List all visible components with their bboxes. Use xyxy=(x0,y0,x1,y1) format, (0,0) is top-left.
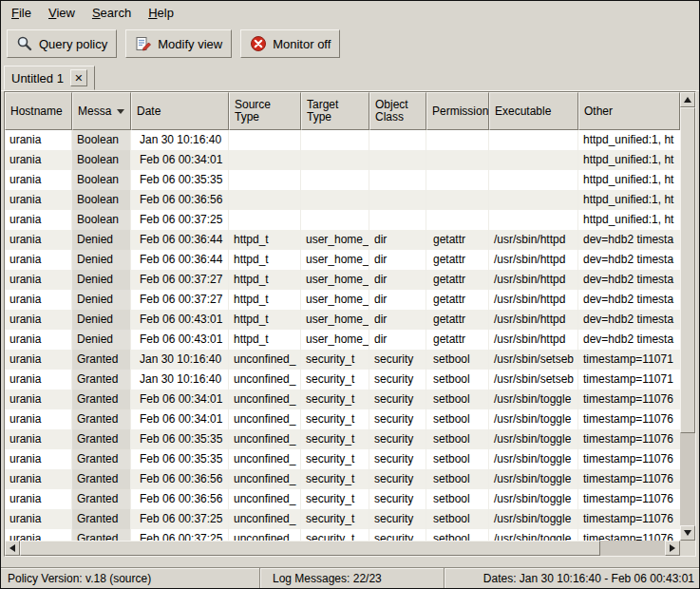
column-header-source-type[interactable]: Source Type xyxy=(229,92,301,130)
table-cell: getattr xyxy=(426,230,489,250)
column-header-other[interactable]: Other xyxy=(578,92,680,130)
table-cell: Boolean xyxy=(72,210,131,230)
scroll-right-button[interactable] xyxy=(665,541,680,556)
table-row[interactable]: uraniaGrantedFeb 06 00:37:25unconfined_s… xyxy=(5,529,680,541)
table-cell: /usr/sbin/httpd xyxy=(489,330,578,350)
table-cell xyxy=(229,170,301,190)
column-header-date[interactable]: Date xyxy=(131,92,229,130)
table-row[interactable]: uraniaGrantedFeb 06 00:35:35unconfined_s… xyxy=(5,429,680,449)
table-cell: urania xyxy=(5,370,72,390)
table-row[interactable]: uraniaDeniedFeb 06 00:43:01httpd_tuser_h… xyxy=(5,330,680,350)
table-cell: httpd_t xyxy=(229,270,301,290)
table-row[interactable]: uraniaBooleanJan 30 10:16:40httpd_unifie… xyxy=(5,130,680,150)
column-header-executable[interactable]: Executable xyxy=(489,92,578,130)
table-cell: dir xyxy=(369,310,426,330)
scrollbar-corner xyxy=(680,541,695,556)
horizontal-scrollbar[interactable] xyxy=(5,541,680,556)
table-row[interactable]: uraniaBooleanFeb 06 00:37:25httpd_unifie… xyxy=(5,210,680,230)
tab-close-button[interactable]: ✕ xyxy=(70,69,87,86)
horizontal-scroll-track[interactable] xyxy=(20,541,665,556)
column-header-label: Other xyxy=(584,105,613,118)
table-cell: /usr/sbin/setseb xyxy=(489,370,578,390)
table-cell xyxy=(369,190,426,210)
scroll-down-button[interactable] xyxy=(680,525,695,541)
table-cell: Denied xyxy=(72,270,131,290)
table-cell: urania xyxy=(5,350,72,370)
table-row[interactable]: uraniaDeniedFeb 06 00:37:27httpd_tuser_h… xyxy=(5,270,680,290)
table-cell: getattr xyxy=(426,290,489,310)
table-cell: getattr xyxy=(426,330,489,350)
column-header-label: Executable xyxy=(495,105,551,118)
column-header-object-class[interactable]: Object Class xyxy=(369,92,426,130)
scroll-up-button[interactable] xyxy=(680,92,695,107)
scroll-left-button[interactable] xyxy=(5,541,20,556)
table-cell: Feb 06 00:37:25 xyxy=(131,210,229,230)
column-header-target-type[interactable]: Target Type xyxy=(301,92,369,130)
tab-untitled-1[interactable]: Untitled 1 ✕ xyxy=(4,66,95,90)
table-cell: setbool xyxy=(426,350,489,370)
table-row[interactable]: uraniaBooleanFeb 06 00:36:56httpd_unifie… xyxy=(5,190,680,210)
table-row[interactable]: uraniaGrantedFeb 06 00:34:01unconfined_s… xyxy=(5,390,680,409)
status-policy-version: Policy Version: v.18 (source) xyxy=(1,568,259,588)
horizontal-scroll-thumb[interactable] xyxy=(20,541,600,556)
table-row[interactable]: uraniaDeniedFeb 06 00:43:01httpd_tuser_h… xyxy=(5,310,680,330)
column-header-hostname[interactable]: Hostname xyxy=(5,92,72,130)
table-cell: urania xyxy=(5,150,72,170)
table-row[interactable]: uraniaBooleanFeb 06 00:34:01httpd_unifie… xyxy=(5,150,680,170)
arrow-right-icon xyxy=(670,544,675,552)
vertical-scroll-thumb[interactable] xyxy=(680,107,695,433)
menu-search[interactable]: Search xyxy=(84,2,140,25)
table-row[interactable]: uraniaGrantedFeb 06 00:35:35unconfined_s… xyxy=(5,449,680,469)
table-row[interactable]: uraniaDeniedFeb 06 00:36:44httpd_tuser_h… xyxy=(5,230,680,250)
log-messages-text: Log Messages: 22/23 xyxy=(273,572,382,585)
table-cell: /usr/sbin/httpd xyxy=(489,250,578,270)
table-cell: security xyxy=(369,489,426,509)
table-cell xyxy=(301,130,369,150)
log-message-table: Hostname Messa Date Source Type Target T… xyxy=(4,91,696,557)
application-window: File View Search Help Query policy xyxy=(0,0,700,589)
table-row[interactable]: uraniaDeniedFeb 06 00:36:44httpd_tuser_h… xyxy=(5,250,680,270)
table-cell: getattr xyxy=(426,250,489,270)
vertical-scroll-track[interactable] xyxy=(680,107,695,525)
modify-view-button[interactable]: Modify view xyxy=(125,29,232,58)
menu-file[interactable]: File xyxy=(3,2,40,25)
table-cell: httpd_unified:1, ht xyxy=(578,190,675,210)
column-header-permission[interactable]: Permission xyxy=(426,92,489,130)
table-cell: Feb 06 00:34:01 xyxy=(131,390,229,409)
table-row[interactable]: uraniaDeniedFeb 06 00:37:27httpd_tuser_h… xyxy=(5,290,680,310)
modify-view-icon xyxy=(135,35,152,52)
table-cell: Feb 06 00:34:01 xyxy=(131,409,229,429)
table-cell: /usr/sbin/setseb xyxy=(489,350,578,370)
table-cell: httpd_unified:1, ht xyxy=(578,150,675,170)
status-dates: Dates: Jan 30 10:16:40 - Feb 06 00:43:01 xyxy=(445,568,699,588)
table-cell: dir xyxy=(369,250,426,270)
menu-help[interactable]: Help xyxy=(140,2,182,25)
sort-descending-icon xyxy=(117,109,124,114)
status-log-messages: Log Messages: 22/23 xyxy=(261,568,444,588)
table-row[interactable]: uraniaBooleanFeb 06 00:35:35httpd_unifie… xyxy=(5,170,680,190)
table-row[interactable]: uraniaGrantedFeb 06 00:34:01unconfined_s… xyxy=(5,409,680,429)
table-row[interactable]: uraniaGrantedFeb 06 00:36:56unconfined_s… xyxy=(5,489,680,509)
table-cell: Feb 06 00:35:35 xyxy=(131,449,229,469)
table-row[interactable]: uraniaGrantedJan 30 10:16:40unconfined_s… xyxy=(5,370,680,390)
table-row[interactable]: uraniaGrantedJan 30 10:16:40unconfined_s… xyxy=(5,350,680,370)
table-row[interactable]: uraniaGrantedFeb 06 00:36:56unconfined_s… xyxy=(5,469,680,489)
table-cell xyxy=(301,150,369,170)
monitor-off-button[interactable]: Monitor off xyxy=(240,29,340,58)
query-policy-button[interactable]: Query policy xyxy=(7,29,117,58)
table-cell: dir xyxy=(369,230,426,250)
table-cell: security xyxy=(369,390,426,409)
table-cell: security_t xyxy=(301,370,369,390)
table-cell: unconfined_ xyxy=(229,429,301,449)
menu-view[interactable]: View xyxy=(40,2,84,25)
table-cell xyxy=(301,210,369,230)
table-cell: urania xyxy=(5,230,72,250)
table-row[interactable]: uraniaGrantedFeb 06 00:37:25unconfined_s… xyxy=(5,509,680,529)
vertical-scrollbar[interactable] xyxy=(680,92,695,541)
table-cell: httpd_t xyxy=(229,290,301,310)
table-cell: user_home_ xyxy=(301,250,369,270)
table-cell xyxy=(426,150,489,170)
column-header-message[interactable]: Messa xyxy=(72,92,131,130)
table-cell: Feb 06 00:34:01 xyxy=(131,150,229,170)
table-cell: unconfined_ xyxy=(229,509,301,529)
